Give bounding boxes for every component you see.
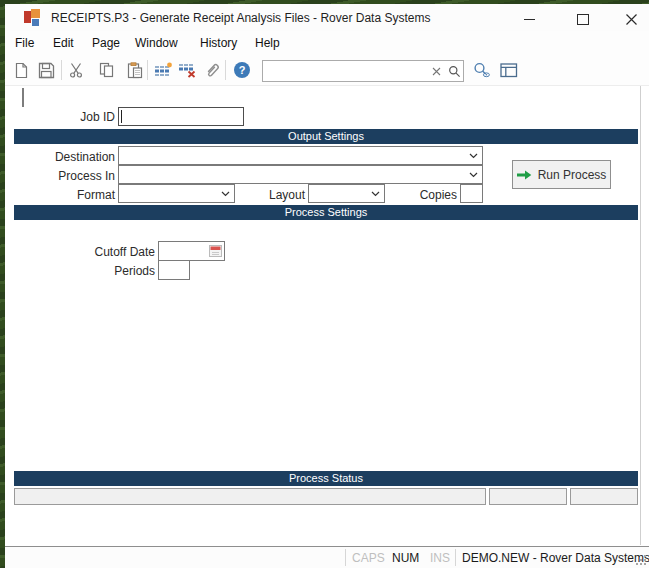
help-icon: ? — [234, 62, 250, 78]
search-go-button[interactable] — [445, 62, 463, 80]
statusbar-separator — [345, 549, 346, 566]
cut-button[interactable] — [66, 59, 88, 81]
caps-indicator: CAPS — [352, 551, 385, 565]
destination-select[interactable] — [118, 146, 483, 165]
chevron-down-icon — [371, 191, 380, 197]
close-icon — [625, 13, 638, 26]
minimize-icon — [524, 19, 535, 20]
output-settings-header: Output Settings — [14, 129, 638, 144]
toolbar-separator — [61, 60, 62, 80]
format-label: Format — [20, 188, 115, 202]
chevron-down-icon — [469, 172, 478, 178]
grid-add-icon — [154, 62, 173, 78]
client-border — [640, 86, 641, 545]
status-bar: CAPS NUM INS DEMO.NEW - Rover Data Syste… — [5, 546, 649, 568]
copies-label: Copies — [395, 188, 457, 202]
layout-select[interactable] — [308, 184, 385, 203]
app-icon — [24, 9, 42, 26]
find-record-icon — [473, 62, 492, 79]
window-title: RECEIPTS.P3 - Generate Receipt Analysis … — [51, 11, 430, 25]
menu-bar: File Edit Page Window History Help — [5, 31, 649, 56]
run-arrow-icon — [517, 169, 532, 181]
help-button[interactable]: ? — [231, 59, 253, 81]
calendar-icon[interactable] — [209, 245, 222, 257]
status-field-progress — [489, 488, 567, 505]
chevron-down-icon — [469, 153, 478, 159]
process-in-select[interactable] — [118, 165, 483, 184]
close-button[interactable] — [613, 6, 649, 32]
copy-icon — [99, 62, 115, 78]
panel-layout-icon — [500, 63, 518, 78]
text-cursor-artifact — [22, 88, 24, 107]
maximize-icon — [577, 14, 589, 25]
copies-input[interactable] — [460, 184, 483, 203]
toolbar: ? — [5, 56, 649, 86]
process-in-label: Process In — [20, 169, 115, 183]
status-field-count — [570, 488, 638, 505]
job-id-input[interactable] — [118, 107, 244, 126]
save-icon — [38, 62, 55, 79]
run-process-label: Run Process — [538, 168, 607, 182]
menu-help[interactable]: Help — [255, 36, 280, 50]
copy-button[interactable] — [96, 59, 118, 81]
destination-label: Destination — [20, 150, 115, 164]
grid-delete-icon — [178, 62, 197, 78]
new-document-icon — [14, 62, 29, 79]
find-record-button[interactable] — [471, 59, 493, 81]
grid-delete-button[interactable] — [176, 59, 198, 81]
resize-grip[interactable] — [636, 555, 647, 566]
minimize-button[interactable] — [511, 6, 547, 32]
paste-button[interactable] — [124, 59, 146, 81]
save-button[interactable] — [35, 59, 57, 81]
menu-window[interactable]: Window — [135, 36, 178, 50]
format-select[interactable] — [118, 184, 235, 203]
menu-file[interactable]: File — [15, 36, 34, 50]
company-context: DEMO.NEW - Rover Data Systems — [462, 551, 649, 565]
paperclip-icon — [204, 62, 221, 79]
process-settings-header: Process Settings — [14, 205, 638, 220]
chevron-down-icon — [221, 191, 230, 197]
maximize-button[interactable] — [565, 6, 601, 32]
input-caret — [121, 110, 122, 123]
periods-label: Periods — [40, 264, 155, 278]
search-clear-button[interactable] — [427, 62, 445, 80]
search-icon — [448, 65, 461, 78]
num-indicator: NUM — [392, 551, 419, 565]
search-input[interactable] — [267, 62, 427, 80]
ins-indicator: INS — [430, 551, 450, 565]
job-id-label: Job ID — [20, 110, 115, 124]
panel-layout-button[interactable] — [498, 59, 520, 81]
title-bar[interactable]: RECEIPTS.P3 - Generate Receipt Analysis … — [5, 4, 649, 31]
menu-page[interactable]: Page — [92, 36, 120, 50]
periods-input[interactable] — [158, 260, 190, 280]
status-field-message — [14, 488, 486, 505]
cutoff-date-input[interactable] — [158, 241, 225, 261]
new-document-button[interactable] — [10, 59, 32, 81]
clear-icon — [432, 67, 441, 76]
paste-icon — [127, 62, 143, 79]
cutoff-date-label: Cutoff Date — [40, 245, 155, 259]
layout-label: Layout — [240, 188, 305, 202]
cut-icon — [69, 62, 85, 78]
attach-button[interactable] — [201, 59, 223, 81]
run-process-button[interactable]: Run Process — [512, 160, 611, 189]
menu-history[interactable]: History — [200, 36, 237, 50]
toolbar-search — [262, 60, 464, 82]
toolbar-separator — [147, 60, 148, 80]
toolbar-separator — [225, 60, 226, 80]
process-status-header: Process Status — [14, 471, 638, 486]
statusbar-separator — [455, 549, 456, 566]
grid-add-button[interactable] — [152, 59, 174, 81]
menu-edit[interactable]: Edit — [53, 36, 74, 50]
